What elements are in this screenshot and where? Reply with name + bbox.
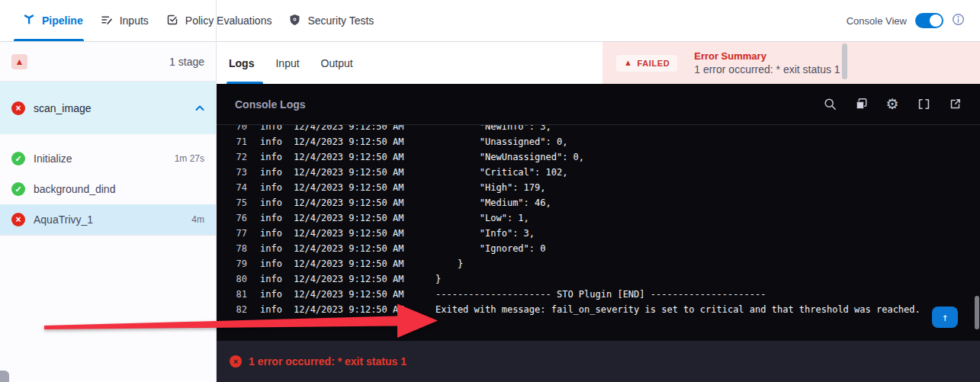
log-line-number: 70 [230, 125, 247, 134]
log-level: info [260, 287, 283, 302]
console-logs-header: Console Logs ⚙ [217, 84, 980, 125]
step-success-icon: ✓ [11, 152, 25, 165]
log-timestamp: 12/4/2023 9:12:50 AM [294, 271, 405, 287]
tab-output[interactable]: Output [321, 57, 353, 69]
log-line: 72info12/4/2023 9:12:50 AM "NewUnassigne… [230, 149, 980, 165]
step-success-icon: ✓ [11, 182, 25, 196]
nav-divider [216, 0, 217, 42]
log-message: "Low": 1, [435, 213, 529, 223]
step-name: Initialize [34, 152, 72, 165]
log-message: "Critical": 102, [435, 167, 567, 178]
log-line-number: 74 [230, 180, 247, 195]
log-message: "NewInfo": 3, [435, 125, 551, 132]
execution-sidebar: ▲ 1 stage × scan_image ✓ Initialize 1m 2… [0, 42, 217, 382]
settings-gear-icon[interactable]: ⚙ [885, 98, 899, 111]
log-line-number: 81 [230, 287, 247, 302]
tab-security-tests[interactable]: Security Tests [289, 14, 374, 28]
log-level: info [260, 210, 283, 226]
log-line-number: 75 [230, 195, 247, 210]
console-view-toggle[interactable] [915, 13, 943, 28]
step-row-aquatrivy[interactable]: × AquaTrivy_1 4m [0, 204, 216, 235]
log-level: info [260, 195, 283, 210]
tab-policy-evaluations-label: Policy Evaluations [185, 14, 272, 27]
copy-icon[interactable] [854, 98, 868, 111]
log-line-number: 82 [230, 302, 247, 317]
log-line-number: 80 [230, 271, 247, 287]
failed-badge-label: FAILED [638, 59, 670, 68]
tab-input[interactable]: Input [275, 57, 299, 69]
log-line-number: 72 [230, 149, 247, 165]
step-row-initialize[interactable]: ✓ Initialize 1m 27s [0, 143, 216, 174]
log-message: --------------------- STO Plugin [END] -… [435, 289, 766, 300]
info-icon[interactable] [952, 13, 965, 29]
log-line: 76info12/4/2023 9:12:50 AM "Low": 1, [230, 210, 980, 226]
scroll-to-top-button[interactable]: ↑ [932, 307, 958, 328]
error-circle-icon: × [230, 355, 242, 368]
log-line-number: 73 [230, 165, 247, 180]
log-timestamp: 12/4/2023 9:12:50 AM [294, 134, 405, 149]
warning-triangle-icon: ▲ [624, 59, 633, 67]
console-view-label: Console View [847, 15, 907, 27]
tab-policy-evaluations[interactable]: Policy Evaluations [166, 14, 272, 28]
log-message: "Ignored": 0 [435, 243, 546, 254]
step-row-background-dind[interactable]: ✓ background_dind [0, 174, 216, 204]
log-line-number: 79 [230, 256, 247, 271]
error-summary-message: 1 error occurred: * exit status 1 [694, 63, 840, 75]
main-panel: Logs Input Output ▲ FAILED Error Summary… [217, 42, 980, 382]
log-level: info [260, 226, 283, 241]
log-timestamp: 12/4/2023 9:12:50 AM [294, 287, 405, 302]
log-message: } [435, 274, 441, 284]
stage-row-scan-image[interactable]: × scan_image [0, 82, 216, 134]
log-timestamp: 12/4/2023 9:12:50 AM [294, 241, 405, 256]
pipeline-icon [23, 14, 35, 28]
tab-pipeline[interactable]: Pipeline [23, 14, 83, 28]
tab-security-tests-label: Security Tests [307, 14, 374, 27]
error-summary-title: Error Summary [694, 50, 840, 62]
log-level: info [260, 125, 283, 134]
log-line: 79info12/4/2023 9:12:50 AM } [230, 256, 980, 271]
security-shield-icon [289, 14, 300, 28]
policy-check-icon [166, 14, 178, 28]
stage-name: scan_image [34, 102, 92, 114]
console-log-viewport[interactable]: 70info12/4/2023 9:12:50 AM "NewInfo": 3,… [217, 125, 980, 341]
log-level: info [260, 180, 283, 195]
log-message: "High": 179, [435, 182, 546, 193]
tab-inputs[interactable]: Inputs [101, 14, 149, 28]
stage-count-label: 1 stage [169, 56, 204, 68]
search-icon[interactable] [823, 98, 837, 111]
log-line: 82info12/4/2023 9:12:50 AMExited with me… [230, 302, 980, 317]
log-level: info [260, 271, 283, 287]
failed-status-badge: ▲ FAILED [616, 55, 677, 72]
log-timestamp: 12/4/2023 9:12:50 AM [294, 210, 405, 226]
footer-error-text: 1 error occurred: * exit status 1 [249, 355, 406, 368]
log-line: 73info12/4/2023 9:12:50 AM "Critical": 1… [230, 165, 980, 180]
tab-pipeline-label: Pipeline [42, 14, 83, 27]
error-panel-scrollbar[interactable] [842, 43, 847, 79]
chevron-up-icon[interactable] [195, 105, 204, 111]
log-scrollbar-thumb[interactable] [975, 296, 979, 329]
log-timestamp: 12/4/2023 9:12:50 AM [294, 125, 405, 134]
log-line: 74info12/4/2023 9:12:50 AM "High": 179, [230, 180, 980, 195]
sidebar-header: ▲ 1 stage [0, 42, 216, 82]
log-timestamp: 12/4/2023 9:12:50 AM [294, 256, 405, 271]
log-timestamp: 12/4/2023 9:12:50 AM [294, 165, 405, 180]
log-line-number: 78 [230, 241, 247, 256]
footer-error-bar: × 1 error occurred: * exit status 1 [217, 341, 980, 382]
step-failed-icon: × [11, 213, 25, 226]
fullscreen-icon[interactable] [917, 98, 930, 111]
step-duration: 4m [191, 214, 204, 225]
log-message: "Info": 3, [435, 228, 535, 239]
log-line-number: 77 [230, 226, 247, 241]
log-message: "Medium": 46, [435, 197, 551, 208]
toggle-knob [930, 14, 942, 27]
log-timestamp: 12/4/2023 9:12:50 AM [294, 226, 405, 241]
open-in-new-icon[interactable] [948, 98, 962, 111]
step-name: AquaTrivy_1 [34, 213, 93, 226]
log-timestamp: 12/4/2023 9:12:50 AM [294, 195, 405, 210]
pipeline-failed-warning-icon: ▲ [11, 54, 27, 69]
tab-logs[interactable]: Logs [229, 57, 254, 69]
chat-widget-edge [0, 371, 9, 382]
log-line-number: 71 [230, 134, 247, 149]
log-line: 70info12/4/2023 9:12:50 AM "NewInfo": 3, [230, 125, 980, 134]
inputs-icon [101, 14, 113, 28]
